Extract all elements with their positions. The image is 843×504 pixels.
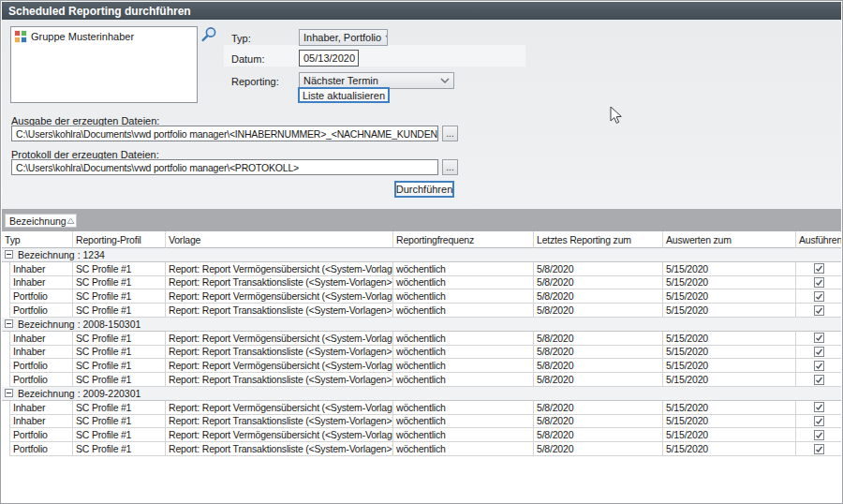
run-button[interactable]: Durchführen: [394, 181, 454, 198]
ausfuehren-checkbox[interactable]: [814, 277, 824, 288]
ausfuehren-checkbox[interactable]: [814, 416, 824, 426]
cell-letztes-reporting-zum: 5/8/2020: [534, 346, 663, 360]
cell-letztes-reporting-zum: 5/8/2020: [534, 332, 663, 346]
row-indent: [2, 262, 10, 276]
ausfuehren-checkbox[interactable]: [814, 263, 824, 274]
ausfuehren-checkbox[interactable]: [814, 361, 824, 371]
column-header-3[interactable]: Reportingfrequenz: [393, 231, 534, 248]
cell-reportingfrequenz: wöchentlich: [393, 304, 534, 318]
column-header-0[interactable]: Typ: [2, 231, 73, 248]
cell-reportingfrequenz: wöchentlich: [393, 442, 534, 456]
cell-auswerten-zum: 5/15/2020: [663, 415, 796, 429]
table-row: InhaberSC Profile #1Report: Report Vermö…: [2, 262, 841, 276]
cell-vorlage: Report: Report Transaktionsliste (<Syste…: [166, 373, 393, 387]
table-row: InhaberSC Profile #1Report: Report Trans…: [2, 346, 841, 360]
list-item[interactable]: Gruppe Musterinhaber: [11, 27, 197, 43]
cell-ausfuehren: [796, 373, 841, 387]
group-row[interactable]: Bezeichnung : 2008-150301: [2, 318, 841, 332]
group-by-chip[interactable]: Bezeichnung: [5, 214, 77, 228]
cell-ausfuehren: [796, 304, 841, 318]
cell-reportingfrequenz: wöchentlich: [393, 359, 534, 373]
column-header-6[interactable]: Ausführen: [796, 231, 841, 248]
cell-reporting-profil: SC Profile #1: [73, 373, 166, 387]
cell-typ: Portfolio: [10, 428, 73, 442]
cell-letztes-reporting-zum: 5/8/2020: [534, 442, 663, 456]
cell-auswerten-zum: 5/15/2020: [663, 346, 796, 360]
collapse-expander-icon[interactable]: [5, 319, 13, 328]
window-title: Scheduled Reporting durchführen: [8, 5, 191, 18]
cell-vorlage: Report: Report Vermögensübersicht (<Syst…: [166, 289, 393, 304]
cell-vorlage: Report: Report Transaktionsliste (<Syste…: [166, 346, 393, 360]
cell-vorlage: Report: Report Vermögensübersicht (<Syst…: [166, 262, 393, 276]
cell-vorlage: Report: Report Transaktionsliste (<Syste…: [166, 442, 393, 456]
list-item-label: Gruppe Musterinhaber: [31, 31, 134, 42]
ausfuehren-checkbox[interactable]: [814, 291, 824, 302]
ausfuehren-checkbox[interactable]: [814, 333, 824, 343]
cell-reportingfrequenz: wöchentlich: [393, 415, 534, 429]
typ-select[interactable]: Inhaber, Portfolio: [299, 29, 388, 46]
column-header-5[interactable]: Auswerten zum: [663, 231, 796, 248]
sort-ascending-icon: [67, 217, 75, 225]
cell-typ: Portfolio: [10, 359, 73, 373]
ausfuehren-checkbox[interactable]: [814, 305, 824, 316]
row-indent: [2, 415, 10, 429]
owner-listbox[interactable]: Gruppe Musterinhaber: [10, 26, 198, 103]
cell-typ: Inhaber: [10, 332, 73, 346]
row-indent: [2, 428, 10, 442]
minus-glyph: [7, 254, 11, 255]
protokoll-path-input[interactable]: C:\Users\kohlra\Documents\vwd portfolio …: [11, 159, 438, 175]
cell-vorlage: Report: Report Vermögensübersicht (<Syst…: [166, 401, 393, 415]
ausgabe-browse-button[interactable]: ...: [442, 126, 458, 141]
typ-select-value: Inhaber, Portfolio: [303, 32, 381, 43]
cell-reportingfrequenz: wöchentlich: [393, 346, 534, 360]
cell-vorlage: Report: Report Transaktionsliste (<Syste…: [166, 415, 393, 429]
cell-typ: Inhaber: [10, 262, 73, 276]
ausgabe-path-input[interactable]: C:\Users\kohlra\Documents\vwd portfolio …: [11, 126, 438, 141]
form-row-stripe: [224, 45, 525, 67]
ausfuehren-checkbox[interactable]: [814, 402, 824, 412]
window-titlebar: Scheduled Reporting durchführen: [2, 2, 841, 20]
cell-reporting-profil: SC Profile #1: [73, 428, 166, 442]
ausfuehren-checkbox[interactable]: [814, 444, 824, 454]
refresh-list-button[interactable]: Liste aktualisieren: [298, 87, 390, 103]
column-header-1[interactable]: Reporting-Profil: [73, 231, 166, 248]
ausfuehren-checkbox[interactable]: [814, 347, 824, 357]
column-header-2[interactable]: Vorlage: [166, 231, 393, 248]
app-window: Scheduled Reporting durchführen Gruppe M…: [0, 0, 843, 504]
cell-vorlage: Report: Report Vermögensübersicht (<Syst…: [166, 359, 393, 373]
cell-typ: Inhaber: [10, 276, 73, 290]
table-row: PortfolioSC Profile #1Report: Report Tra…: [2, 442, 841, 456]
table-row: PortfolioSC Profile #1Report: Report Ver…: [2, 359, 841, 373]
group-by-bar[interactable]: Bezeichnung: [2, 209, 841, 231]
datum-input[interactable]: 05/13/2020: [299, 50, 359, 67]
cell-vorlage: Report: Report Vermögensübersicht (<Syst…: [166, 332, 393, 346]
row-indent: [2, 332, 10, 346]
cell-reporting-profil: SC Profile #1: [73, 289, 166, 304]
cell-auswerten-zum: 5/15/2020: [663, 428, 796, 442]
cell-letztes-reporting-zum: 5/8/2020: [534, 289, 663, 304]
row-indent: [2, 373, 10, 387]
group-row[interactable]: Bezeichnung : 1234: [2, 248, 841, 262]
collapse-expander-icon[interactable]: [5, 250, 13, 259]
cell-ausfuehren: [796, 289, 841, 304]
group-by-field-label: Bezeichnung: [9, 215, 67, 227]
search-icon[interactable]: [200, 26, 216, 42]
group-row[interactable]: Bezeichnung : 2009-220301: [2, 387, 841, 401]
cell-vorlage: Report: Report Transaktionsliste (<Syste…: [166, 276, 393, 290]
cell-reportingfrequenz: wöchentlich: [393, 428, 534, 442]
cell-vorlage: Report: Report Transaktionsliste (<Syste…: [166, 304, 393, 318]
cell-reporting-profil: SC Profile #1: [73, 359, 166, 373]
group-label: Bezeichnung : 2008-150301: [18, 319, 140, 330]
cell-ausfuehren: [796, 276, 841, 290]
ausfuehren-checkbox[interactable]: [814, 430, 824, 440]
collapse-expander-icon[interactable]: [5, 389, 13, 397]
protokoll-browse-button[interactable]: ...: [442, 159, 458, 175]
table-row: PortfolioSC Profile #1Report: Report Tra…: [2, 304, 841, 318]
cell-reporting-profil: SC Profile #1: [73, 262, 166, 276]
cell-letztes-reporting-zum: 5/8/2020: [534, 262, 663, 276]
column-header-4[interactable]: Letztes Reporting zum: [534, 231, 663, 248]
ausfuehren-checkbox[interactable]: [814, 375, 824, 385]
cell-reportingfrequenz: wöchentlich: [393, 262, 534, 276]
cell-reportingfrequenz: wöchentlich: [393, 401, 534, 415]
table-row: InhaberSC Profile #1Report: Report Vermö…: [2, 401, 841, 415]
